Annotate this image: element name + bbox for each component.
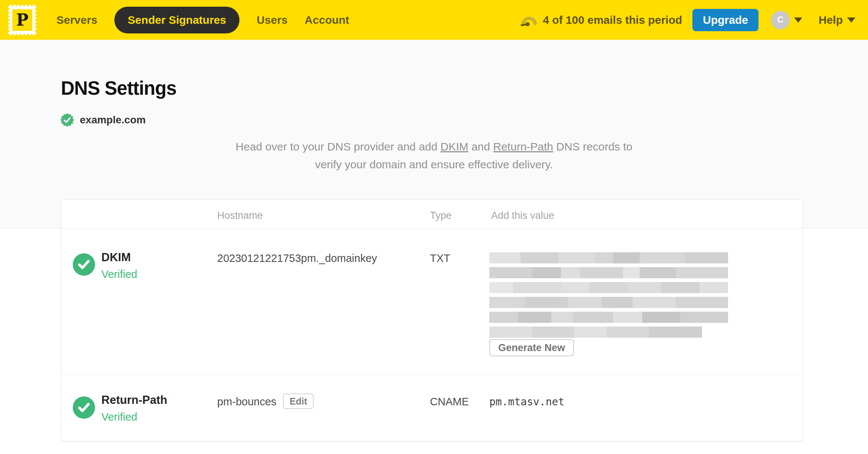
domain-row: example.com <box>60 113 146 127</box>
redacted-bar <box>489 282 728 293</box>
record-name: Return-Path <box>101 393 167 407</box>
record-type: TXT <box>430 252 450 265</box>
gauge-icon <box>521 13 538 27</box>
record-type: CNAME <box>430 396 469 408</box>
header-divider <box>61 228 803 229</box>
redacted-bar <box>489 312 728 323</box>
usage-text: 4 of 100 emails this period <box>543 14 682 26</box>
column-header-add-this-value: Add this value <box>491 210 554 221</box>
account-menu[interactable]: C <box>771 11 802 29</box>
hostname-value: pm-bounces <box>217 396 277 408</box>
status-badge: Verified <box>101 268 137 280</box>
top-navbar: P Servers Sender Signatures Users Accoun… <box>0 0 868 40</box>
verified-check-icon <box>73 253 95 276</box>
dkim-value-redacted <box>489 252 728 341</box>
page-description: Head over to your DNS provider and add D… <box>137 138 731 174</box>
chevron-down-icon <box>847 17 855 23</box>
redacted-bar <box>489 327 702 338</box>
brand-letter: P <box>16 12 28 28</box>
nav-item-sender-signatures-active[interactable]: Sender Signatures <box>114 7 239 33</box>
upgrade-button[interactable]: Upgrade <box>692 9 758 31</box>
hostname-value: 20230121221753pm._domainkey <box>217 252 377 265</box>
postmark-stamp-icon: P <box>12 9 32 31</box>
usage-meter[interactable]: 4 of 100 emails this period <box>521 13 682 27</box>
status-badge: Verified <box>101 411 137 423</box>
redacted-bar <box>489 252 728 263</box>
chevron-down-icon <box>794 17 802 23</box>
nav-item-account[interactable]: Account <box>305 14 349 26</box>
verified-badge-icon <box>60 113 75 127</box>
redacted-bar <box>489 297 728 308</box>
dns-records-card: Hostname Type Add this value DKIM Verifi… <box>61 200 803 441</box>
navbar-right: 4 of 100 emails this period Upgrade C He… <box>521 9 855 31</box>
generate-new-button[interactable]: Generate New <box>489 339 574 356</box>
nav-item-users[interactable]: Users <box>257 14 287 26</box>
column-header-hostname: Hostname <box>217 210 263 221</box>
help-label: Help <box>819 14 843 26</box>
column-header-type: Type <box>430 210 452 221</box>
page-title: DNS Settings <box>61 77 176 99</box>
description-text: Head over to your DNS provider and add <box>236 140 441 153</box>
cname-value: pm.mtasv.net <box>489 396 564 408</box>
postmark-logo[interactable]: P <box>8 5 36 35</box>
main-content: DNS Settings example.com Head over to yo… <box>0 40 868 454</box>
description-text: and <box>469 140 493 153</box>
description-text: DNS records to <box>553 140 632 153</box>
description-text: verify your domain and ensure effective … <box>137 156 731 174</box>
primary-nav: Servers Sender Signatures Users Account <box>56 7 349 33</box>
help-menu[interactable]: Help <box>819 14 855 26</box>
dkim-link[interactable]: DKIM <box>441 140 469 153</box>
row-divider <box>61 376 803 376</box>
return-path-link[interactable]: Return-Path <box>493 140 553 153</box>
domain-name: example.com <box>80 114 146 126</box>
edit-button[interactable]: Edit <box>283 393 314 409</box>
avatar: C <box>771 11 790 29</box>
redacted-bar <box>489 267 728 278</box>
nav-item-servers[interactable]: Servers <box>56 14 97 26</box>
record-name: DKIM <box>101 251 131 264</box>
verified-check-icon <box>73 396 95 419</box>
